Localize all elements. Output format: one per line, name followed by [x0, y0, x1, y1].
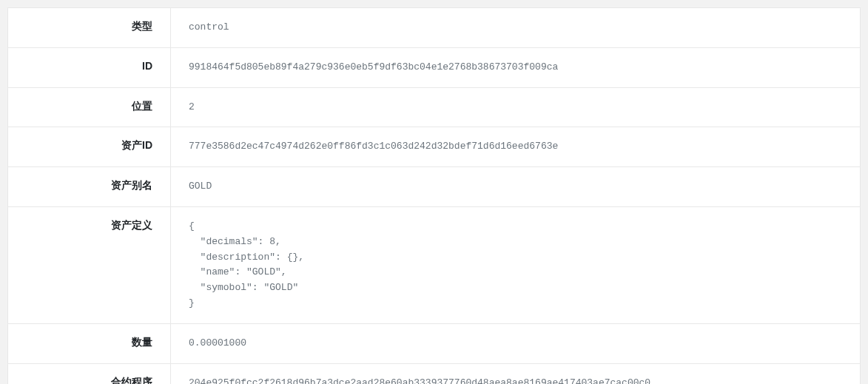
row-label-type: 类型: [8, 8, 171, 47]
table-row: ID 9918464f5d805eb89f4a279c936e0eb5f9df6…: [7, 47, 861, 87]
table-row: 合约程序 204e925f0fcc2f2618d96b7a3dce2aad28e…: [7, 363, 861, 384]
row-value-asset-definition: { "decimals": 8, "description": {}, "nam…: [171, 207, 860, 323]
row-label-asset-id: 资产ID: [8, 127, 171, 166]
table-row: 数量 0.00001000: [7, 323, 861, 363]
row-value-position: 2: [171, 88, 860, 127]
row-value-amount: 0.00001000: [171, 324, 860, 363]
row-value-contract-program: 204e925f0fcc2f2618d96b7a3dce2aad28e60ab3…: [171, 364, 860, 384]
row-label-contract-program: 合约程序: [8, 364, 171, 384]
details-table: 类型 control ID 9918464f5d805eb89f4a279c93…: [7, 7, 861, 384]
table-row: 类型 control: [7, 7, 861, 47]
row-label-asset-definition: 资产定义: [8, 207, 171, 323]
row-value-type: control: [171, 8, 860, 47]
table-row: 位置 2: [7, 87, 861, 127]
row-label-position: 位置: [8, 88, 171, 127]
row-value-asset-id: 777e3586d2ec47c4974d262e0ff86fd3c1c063d2…: [171, 127, 860, 166]
row-label-asset-alias: 资产别名: [8, 167, 171, 206]
table-row: 资产别名 GOLD: [7, 166, 861, 206]
row-value-id: 9918464f5d805eb89f4a279c936e0eb5f9df63bc…: [171, 48, 860, 87]
table-row: 资产ID 777e3586d2ec47c4974d262e0ff86fd3c1c…: [7, 127, 861, 166]
row-label-amount: 数量: [8, 324, 171, 363]
table-row: 资产定义 { "decimals": 8, "description": {},…: [7, 206, 861, 323]
row-label-id: ID: [8, 48, 171, 87]
row-value-asset-alias: GOLD: [171, 167, 860, 206]
